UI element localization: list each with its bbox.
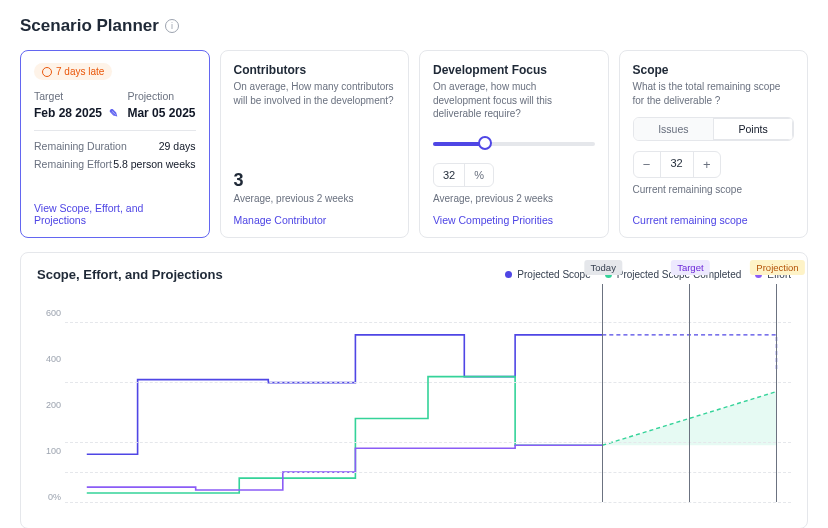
view-scope-link[interactable]: View Scope, Effort, and Projections <box>34 192 196 226</box>
remaining-effort-row: Remaining Effort 5.8 person weeks <box>34 158 196 170</box>
focus-note: Average, previous 2 weeks <box>433 193 595 204</box>
competing-priorities-link[interactable]: View Competing Priorities <box>433 204 595 226</box>
current-scope-link[interactable]: Current remaining scope <box>633 204 795 226</box>
divider <box>34 130 196 131</box>
scope-stepper[interactable]: − 32 + <box>633 151 721 178</box>
projection-label: Projection <box>127 90 195 102</box>
y-axis-labels: 6004002001000% <box>37 308 61 502</box>
target-label: Target <box>34 90 118 102</box>
contributors-sub: On average, How many contributors will b… <box>234 80 396 107</box>
clock-icon <box>42 67 52 77</box>
decrement-button[interactable]: − <box>634 152 660 177</box>
contributors-title: Contributors <box>234 63 396 77</box>
scope-toggle[interactable]: Issues Points <box>633 117 795 141</box>
page-title: Scenario Planner <box>20 16 159 36</box>
chart-panel: Scope, Effort, and Projections Projected… <box>20 252 808 529</box>
chart-area: 6004002001000% TodayTargetProjection <box>37 308 791 518</box>
marker-projection: Projection <box>750 260 804 275</box>
tab-issues[interactable]: Issues <box>634 118 714 140</box>
marker-today: Today <box>585 260 622 275</box>
manage-contributor-link[interactable]: Manage Contributor <box>234 204 396 226</box>
increment-button[interactable]: + <box>694 152 720 177</box>
target-value[interactable]: Feb 28 2025 ✎ <box>34 106 118 120</box>
dot-icon <box>505 271 512 278</box>
badge-text: 7 days late <box>56 66 104 77</box>
chart-plot: TodayTargetProjection <box>65 308 791 502</box>
chart-legend: Projected Scope Projected Scope Complete… <box>505 269 791 280</box>
projection-value: Mar 05 2025 <box>127 106 195 120</box>
contributors-note: Average, previous 2 weeks <box>234 193 396 204</box>
tab-points[interactable]: Points <box>713 118 793 140</box>
scope-title: Scope <box>633 63 795 77</box>
slider-thumb[interactable] <box>478 136 492 150</box>
contributors-card: Contributors On average, How many contri… <box>220 50 410 238</box>
marker-target: Target <box>671 260 709 275</box>
focus-sub: On average, how much development focus w… <box>433 80 595 121</box>
focus-input[interactable]: 32 % <box>433 163 494 187</box>
contributors-value: 3 <box>234 170 396 191</box>
focus-title: Development Focus <box>433 63 595 77</box>
late-badge: 7 days late <box>34 63 112 80</box>
scope-sub: What is the total remaining scope for th… <box>633 80 795 107</box>
focus-slider[interactable] <box>433 137 595 151</box>
scope-note: Current remaining scope <box>633 184 795 195</box>
summary-card: 7 days late Target Feb 28 2025 ✎ Project… <box>20 50 210 238</box>
chart-title: Scope, Effort, and Projections <box>37 267 223 282</box>
remaining-duration-row: Remaining Duration 29 days <box>34 140 196 152</box>
scope-card: Scope What is the total remaining scope … <box>619 50 809 238</box>
focus-card: Development Focus On average, how much d… <box>419 50 609 238</box>
scope-value: 32 <box>660 152 694 177</box>
info-icon[interactable]: i <box>165 19 179 33</box>
legend-projected-scope: Projected Scope <box>505 269 590 280</box>
edit-icon[interactable]: ✎ <box>109 107 118 119</box>
